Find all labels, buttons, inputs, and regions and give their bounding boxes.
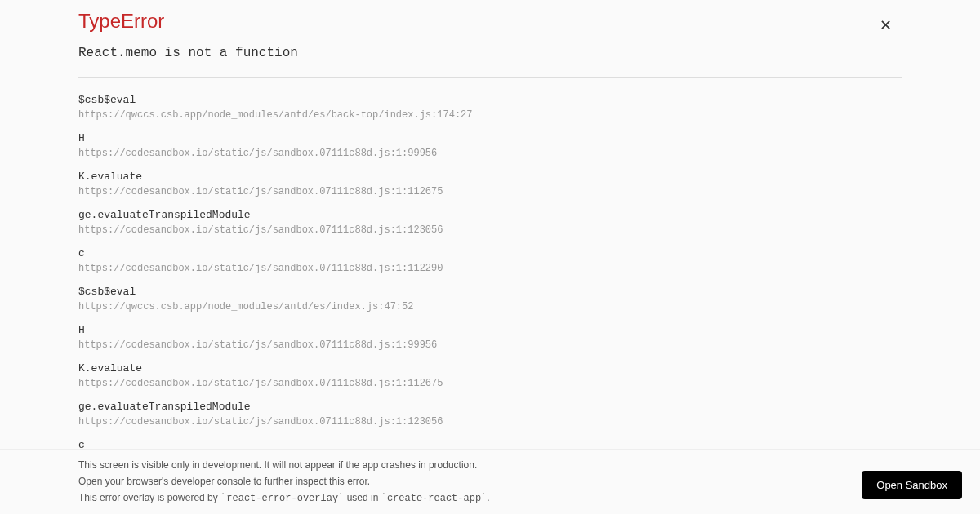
open-sandbox-button[interactable]: Open Sandbox <box>862 471 962 499</box>
footer-prefix: This error overlay is powered by <box>78 492 220 503</box>
footer-pkg1: `react-error-overlay` <box>220 493 344 504</box>
stack-trace: $csb$eval https://qwccs.csb.app/node_mod… <box>78 94 902 453</box>
frame-location: https://codesandbox.io/static/js/sandbox… <box>78 378 902 389</box>
frame-function: H <box>78 324 902 336</box>
frame-function: H <box>78 132 902 144</box>
footer-suffix: . <box>487 492 489 503</box>
close-icon[interactable]: ✕ <box>880 16 892 34</box>
stack-frame[interactable]: c https://codesandbox.io/static/js/sandb… <box>78 247 902 274</box>
frame-location: https://qwccs.csb.app/node_modules/antd/… <box>78 109 902 121</box>
stack-frame[interactable]: $csb$eval https://qwccs.csb.app/node_mod… <box>78 286 902 312</box>
error-title: TypeError <box>78 10 902 33</box>
frame-function: ge.evaluateTranspiledModule <box>78 209 902 221</box>
footer-console-note: Open your browser's developer console to… <box>78 474 902 489</box>
stack-frame[interactable]: $csb$eval https://qwccs.csb.app/node_mod… <box>78 94 902 121</box>
frame-location: https://codesandbox.io/static/js/sandbox… <box>78 339 902 351</box>
frame-location: https://qwccs.csb.app/node_modules/antd/… <box>78 301 902 312</box>
frame-location: https://codesandbox.io/static/js/sandbox… <box>78 224 902 236</box>
frame-function: $csb$eval <box>78 286 902 298</box>
frame-function: ge.evaluateTranspiledModule <box>78 401 902 413</box>
stack-frame[interactable]: ge.evaluateTranspiledModule https://code… <box>78 209 902 236</box>
footer-pkg2: `create-react-app` <box>381 493 488 504</box>
stack-frame[interactable]: K.evaluate https://codesandbox.io/static… <box>78 362 902 389</box>
frame-location: https://codesandbox.io/static/js/sandbox… <box>78 416 902 428</box>
stack-frame[interactable]: K.evaluate https://codesandbox.io/static… <box>78 171 902 197</box>
frame-function: K.evaluate <box>78 362 902 374</box>
frame-function: K.evaluate <box>78 171 902 183</box>
footer-mid: used in <box>344 492 381 503</box>
stack-frame[interactable]: H https://codesandbox.io/static/js/sandb… <box>78 132 902 159</box>
stack-frame[interactable]: ge.evaluateTranspiledModule https://code… <box>78 401 902 428</box>
divider <box>78 77 902 78</box>
frame-location: https://codesandbox.io/static/js/sandbox… <box>78 148 902 159</box>
footer-dev-note: This screen is visible only in developme… <box>78 458 902 472</box>
frame-location: https://codesandbox.io/static/js/sandbox… <box>78 186 902 197</box>
error-message: React.memo is not a function <box>78 46 902 60</box>
stack-frame[interactable]: H https://codesandbox.io/static/js/sandb… <box>78 324 902 351</box>
frame-function: c <box>78 247 902 259</box>
footer-powered-by: This error overlay is powered by `react-… <box>78 490 902 506</box>
frame-location: https://codesandbox.io/static/js/sandbox… <box>78 263 902 274</box>
footer: This screen is visible only in developme… <box>0 449 980 514</box>
frame-function: $csb$eval <box>78 94 902 106</box>
